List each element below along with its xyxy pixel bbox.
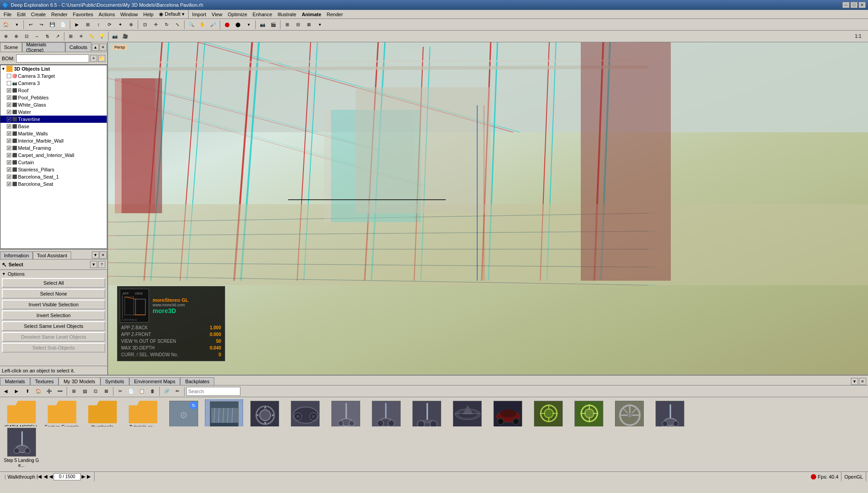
tb2-measure[interactable]: 📏 [86, 31, 96, 41]
tb-render2[interactable]: 🎬 [268, 20, 278, 30]
tb-save2[interactable]: 📄 [58, 20, 68, 30]
cb-curtain[interactable]: ✓ [7, 160, 11, 165]
tree-metal-framing[interactable]: ✓ ⬛ Metal_Framing [0, 144, 107, 152]
title-bar-controls[interactable]: ─ □ ✕ [842, 2, 866, 8]
tree-white-glass[interactable]: ✓ ⬛ White_Glass [0, 101, 107, 108]
tree-marble-walls[interactable]: ✓ ⬛ Marble_Walls [0, 130, 107, 137]
menu-illustrate[interactable]: Illustrate [275, 11, 299, 18]
tool-tab-down[interactable]: ▼ [92, 251, 99, 259]
folder-thumbnails[interactable]: thumbnails [83, 399, 122, 426]
tb2-btn4[interactable]: ↔ [32, 31, 42, 41]
menu-render2[interactable]: Render [324, 11, 346, 18]
tb-btn6[interactable]: ⟳ [104, 20, 114, 30]
cb-metal[interactable]: ✓ [7, 146, 11, 150]
tb-move[interactable]: ✛ [151, 20, 161, 30]
menu-render[interactable]: Render [49, 11, 70, 18]
bt-fwd[interactable]: ▶ [12, 386, 22, 396]
cb-travertine[interactable]: ✓ [7, 117, 11, 121]
cb-camera-target[interactable] [7, 74, 11, 78]
cb-carpet[interactable]: ✓ [7, 153, 11, 157]
bt-home[interactable]: 🏠 [33, 386, 43, 396]
bottom-panel-x[interactable]: ✕ [859, 378, 866, 385]
tb2-btn5[interactable]: ⇅ [42, 31, 52, 41]
bt-view4[interactable]: ⊠ [101, 386, 111, 396]
btn-invert[interactable]: Invert Selection [2, 310, 105, 320]
tree-base[interactable]: ✓ ⬛ Base [0, 123, 107, 130]
file-reallight2[interactable]: Reallight Transm... [570, 399, 608, 426]
tree-water[interactable]: ✓ ⬛ Water [0, 108, 107, 116]
bt-view3[interactable]: ⊡ [90, 386, 100, 396]
bt-back[interactable]: ◀ [1, 386, 11, 396]
tree-pool-pebbles[interactable]: ✓ ⬛ Pool_Pebbles [0, 94, 107, 101]
tb-redo[interactable]: ↪ [36, 20, 46, 30]
menu-window[interactable]: Window [118, 11, 140, 18]
cb-roof[interactable]: ✓ [7, 88, 11, 93]
tree-curtain[interactable]: ✓ ⬛ Curtain [0, 159, 107, 166]
tree-root[interactable]: ▼ 3D Objects List [0, 65, 107, 72]
menu-enhance[interactable]: Enhance [250, 11, 275, 18]
file-step5-2[interactable]: Step 5 Landing Ge... [2, 426, 41, 469]
tb2-btn3[interactable]: ⊡ [22, 31, 32, 41]
tb2-scale[interactable]: 1:1 [849, 31, 867, 41]
scene-tab-x[interactable]: ✕ [99, 44, 107, 51]
tb-undo[interactable]: ↩ [26, 20, 36, 30]
menu-file[interactable]: File [1, 11, 14, 18]
bt-copy[interactable]: 📄 [126, 386, 136, 396]
bt-rename[interactable]: ✏ [172, 386, 182, 396]
tb2-cam2[interactable]: 🎥 [120, 31, 130, 41]
tb-orbit[interactable]: 🔍 [186, 20, 196, 30]
bt-minus[interactable]: ➖ [55, 386, 65, 396]
tb2-cam[interactable]: 📷 [110, 31, 120, 41]
tb-btn3[interactable]: ▶ [72, 20, 82, 30]
tb-btn5[interactable]: ↕ [94, 20, 104, 30]
bt-link[interactable]: 🔗 [162, 386, 172, 396]
tb2-grid[interactable]: ⊞ [66, 31, 76, 41]
tb-light1[interactable]: ⬤ [222, 20, 232, 30]
cb-pool[interactable]: ✓ [7, 95, 11, 100]
cb-camera3[interactable] [7, 81, 11, 85]
tool-help[interactable]: ? [98, 261, 105, 268]
tree-interior-marble[interactable]: ✓ ⬛ Interior_Marble_Wall [0, 137, 107, 144]
tab-information[interactable]: Information [0, 251, 33, 259]
file-automotive[interactable]: ↻ ⚙ Automotive ... [164, 399, 203, 426]
tb-new[interactable]: 🏠 [1, 20, 11, 30]
bt-paste[interactable]: 📋 [137, 386, 147, 396]
bt-del[interactable]: 🗑 [148, 386, 158, 396]
file-barcelona[interactable]: Barcelona Pavilion.rh [205, 399, 243, 426]
tab-scene[interactable]: Scene [0, 42, 22, 52]
tree-travertine[interactable]: ✓ ⬛ Travertine [0, 116, 107, 123]
tab-textures[interactable]: Textures [30, 377, 59, 385]
folder-tutorials[interactable]: Tutorials an... [124, 399, 162, 426]
file-bevel[interactable]: Bevel gear... [245, 399, 284, 426]
tb-btn8[interactable]: ⊕ [126, 20, 136, 30]
tb-group1[interactable]: ⊞ [282, 20, 292, 30]
btn-deselect-same[interactable]: Deselect Same Level Objects [2, 332, 105, 342]
minimize-button[interactable]: ─ [842, 2, 850, 8]
tab-callouts[interactable]: Callouts [65, 42, 91, 52]
tree-roof[interactable]: ✓ ⬛ Roof [0, 87, 107, 94]
tb-light2[interactable]: ⬤ [233, 20, 243, 30]
cb-water[interactable]: ✓ [7, 110, 11, 114]
cb-base[interactable]: ✓ [7, 124, 11, 129]
menu-edit[interactable]: Edit [14, 11, 28, 18]
tree-seat1[interactable]: ✓ ⬛ Barcelona_Seat_1 [0, 173, 107, 180]
tb2-btn1[interactable]: ⊕ [1, 31, 11, 41]
tree-seat[interactable]: ✓ ⬛ Barcelona_Seat [0, 180, 107, 188]
tb-group-drop[interactable]: ▾ [315, 20, 325, 30]
frame-input[interactable] [54, 473, 81, 480]
menu-view[interactable]: View [209, 11, 225, 18]
tab-symbols[interactable]: Symbols [100, 377, 129, 385]
tb-pan[interactable]: ✋ [197, 20, 207, 30]
tree-camera-target[interactable]: 🎯 Camera 3.Target [0, 72, 107, 80]
tb-open-dropdown[interactable]: ▾ [12, 20, 22, 30]
tb-save[interactable]: 💾 [47, 20, 57, 30]
file-gear-ipc[interactable]: Landing Gear IPC... [326, 399, 365, 426]
file-steering[interactable]: Steering Column... [610, 399, 648, 426]
bom-add[interactable]: + [90, 55, 97, 62]
file-mustang[interactable]: Mustang_HDR.rh [488, 399, 527, 426]
bt-cut[interactable]: ✂ [115, 386, 125, 396]
tb-group3[interactable]: ⊠ [304, 20, 314, 30]
tab-backplates[interactable]: Backplates [180, 377, 214, 385]
bottom-panel-down[interactable]: ▼ [851, 378, 858, 385]
tree-carpet[interactable]: ✓ ⬛ Carpet_and_Interior_Wall [0, 152, 107, 159]
